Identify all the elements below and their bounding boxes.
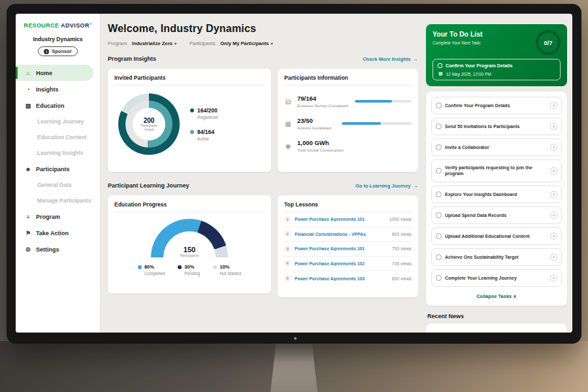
todo-task-confirm-program[interactable]: Confirm Your Program Details ›	[431, 97, 562, 114]
chevron-right-icon: ›	[550, 274, 557, 282]
chevron-right-icon: ›	[550, 212, 557, 219]
monitor-stand	[270, 342, 318, 392]
legend-item-pending: 30% Pending	[178, 264, 200, 276]
logo-resource: RESOURCE	[24, 22, 59, 29]
chevron-right-icon: ›	[550, 233, 557, 240]
todo-task-verify-participants[interactable]: Verify participants requesting to join t…	[431, 159, 562, 182]
todo-task-upload-spend-data[interactable]: Upload Spend Data Records ›	[431, 206, 562, 224]
sidebar-item-manage-participants[interactable]: Manage Participants	[16, 193, 100, 208]
todo-task-upload-educational-content[interactable]: Upload Additional Educational Content ›	[431, 227, 562, 245]
go-to-learning-journey-link[interactable]: Go to Learning Journey →	[355, 183, 418, 189]
card-title: Top Lessons	[284, 201, 412, 212]
sidebar-item-general-data[interactable]: General Data	[16, 177, 100, 193]
program-select-value: Industrialize Zero	[132, 41, 172, 46]
chevron-right-icon: ›	[550, 102, 557, 109]
nav-label: Program	[36, 214, 60, 220]
participants-select-value: Only My Participants	[220, 41, 269, 46]
checkbox-icon[interactable]	[438, 63, 442, 68]
todo-title: Your To Do List	[433, 30, 483, 38]
lesson-views: 793 views	[392, 246, 412, 251]
task-status-icon	[436, 275, 442, 281]
card-title: Education Progress	[114, 201, 265, 212]
check-more-insights-link[interactable]: Check More Insights →	[363, 56, 418, 62]
donut-legend: 164/200 Registered 84/164 Active	[190, 107, 218, 141]
todo-task-complete-learning-journey[interactable]: Complete Your Learning Journey ›	[431, 269, 562, 287]
sidebar-item-program[interactable]: ≡ Program	[16, 208, 100, 225]
lesson-rank: 4	[284, 260, 291, 267]
program-filter-label: Program:	[108, 41, 128, 46]
page-title: Welcome, Industry Dynamics	[108, 23, 418, 35]
donut-center-value: 200	[144, 117, 155, 124]
sponsor-badge[interactable]: i Sponsor	[38, 46, 77, 56]
take-action-icon: ⚑	[25, 230, 31, 237]
active-dot-icon	[190, 130, 194, 134]
logo-plus: +	[90, 22, 92, 25]
nav-label: Home	[36, 70, 52, 76]
sidebar-item-insights[interactable]: ◔ Insights	[16, 81, 100, 97]
chevron-right-icon: ›	[550, 123, 557, 130]
next-task-label: Confirm Your Program Details	[446, 63, 512, 69]
lesson-row: 5 Power Purchase Agreements 103 600 view…	[284, 271, 412, 286]
program-list-icon: ≡	[25, 214, 31, 220]
sidebar-item-learning-journey[interactable]: Learning Journey	[16, 114, 100, 129]
lesson-views: 734 views	[392, 261, 412, 266]
education-progress-card: Education Progress 150 Participants	[108, 195, 271, 293]
task-status-icon	[436, 191, 442, 197]
lesson-row: 2 Financial Considerations - VPPAs 803 v…	[284, 227, 412, 242]
sidebar-item-education[interactable]: ▤ Education	[16, 97, 100, 114]
nav-label: Insights	[36, 86, 59, 93]
legend-item-registered: 164/200 Registered	[190, 107, 218, 120]
nav-label: Settings	[36, 246, 59, 253]
survey-icon: ▤	[284, 98, 292, 105]
todo-task-send-invitations[interactable]: Send 50 Invitations to Participants ›	[431, 118, 562, 135]
todo-task-invite-collaborator[interactable]: Invite a Collaborator ›	[431, 139, 562, 156]
task-status-icon	[436, 144, 442, 150]
arrow-right-icon: →	[414, 183, 419, 189]
collapse-tasks-link[interactable]: Collapse Tasks ∧	[431, 290, 562, 301]
lesson-link[interactable]: Power Purchase Agreements 101	[295, 246, 388, 251]
lesson-link[interactable]: Power Purchase Agreements 102	[295, 261, 388, 266]
program-insights-header: Program Insights Check More Insights →	[108, 56, 418, 62]
stat-emission-survey: ▤ 79/164 Emission Survey Completed	[284, 95, 412, 108]
todo-task-achieve-target[interactable]: Achieve One Sustainability Target ›	[431, 248, 562, 266]
chevron-up-icon: ∧	[513, 293, 517, 299]
program-select[interactable]: Industrialize Zero ▾	[132, 41, 176, 46]
learning-journey-header: Participant Learning Journey Go to Learn…	[108, 182, 418, 189]
legend-item-completed: 60% Completed	[138, 264, 165, 276]
logo-advisor: ADVISOR	[61, 22, 90, 29]
sidebar-item-home[interactable]: ⌂ Home	[16, 65, 93, 81]
section-title: Participant Learning Journey	[108, 182, 189, 189]
calendar-icon: ▦	[438, 71, 443, 76]
todo-progress-value: 0/7	[544, 39, 552, 46]
location-pin-icon: ◉	[284, 142, 292, 150]
todo-task-explore-insights[interactable]: Explore Your Insights Dashboard ›	[431, 186, 562, 203]
lesson-link[interactable]: Power Purchase Agreements 103	[295, 276, 388, 281]
not-started-dot-icon	[213, 265, 217, 269]
todo-subtitle: Complete Your Next Task:	[433, 41, 483, 45]
actions-icon: ▦	[284, 120, 292, 127]
next-task-card[interactable]: Confirm Your Program Details ▦ 12 May 20…	[433, 59, 561, 80]
nav-label: Learning Insights	[37, 150, 84, 156]
lesson-rank: 5	[284, 275, 291, 282]
stat-global-consumption: ◉ 1,000 GWh Total Global Consumption	[284, 139, 412, 152]
sidebar-item-settings[interactable]: ⚙ Settings	[16, 241, 100, 257]
participants-select[interactable]: Only My Participants ▾	[220, 41, 272, 46]
sidebar: RESOURCE ADVISOR+ Industry Dynamics i Sp…	[16, 14, 101, 333]
room-background: RESOURCE ADVISOR+ Industry Dynamics i Sp…	[0, 0, 588, 392]
sidebar-item-participants[interactable]: ☻ Participants	[16, 161, 100, 177]
todo-header-card: Your To Do List Complete Your Next Task:…	[426, 24, 567, 86]
insights-icon: ◔	[25, 86, 31, 93]
info-icon: i	[44, 49, 49, 54]
lesson-link[interactable]: Power Purchase Agreements 101	[295, 217, 385, 221]
lesson-link[interactable]: Financial Considerations - VPPAs	[295, 232, 388, 237]
main-content: Welcome, Industry Dynamics Program: Indu…	[101, 14, 426, 333]
nav-label: Education	[36, 103, 65, 109]
lesson-views: 600 views	[392, 276, 412, 281]
sidebar-item-education-content[interactable]: Education Content	[16, 129, 100, 145]
gauge-legend: 60% Completed 30% Pending	[138, 264, 241, 276]
gauge-center: 150 Participants	[151, 246, 228, 257]
lesson-row: 3 Power Purchase Agreements 101 793 view…	[284, 242, 412, 257]
sidebar-item-take-action[interactable]: ⚑ Take Action	[16, 225, 100, 241]
sidebar-item-learning-insights[interactable]: Learning Insights	[16, 145, 100, 161]
participants-icon: ☻	[25, 166, 31, 172]
